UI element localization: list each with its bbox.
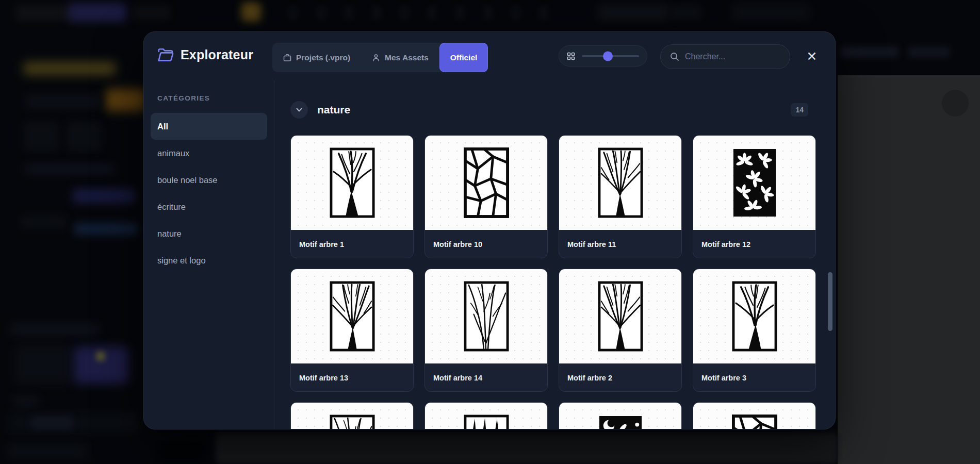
tab-bar: Projets (.vpro) Mes Assets Officiel (272, 43, 488, 72)
tab-label: Officiel (450, 53, 478, 62)
asset-thumbnail (425, 403, 547, 429)
modal-header: Explorateur Projets (.vpro) Mes Assets O… (144, 32, 835, 80)
briefcase-icon (283, 54, 291, 62)
sidebar-item-animaux[interactable]: animaux (151, 140, 267, 167)
asset-card[interactable] (559, 402, 682, 429)
asset-label: Motif arbre 12 (701, 240, 750, 248)
tab-label: Mes Assets (385, 53, 429, 62)
asset-card[interactable] (290, 402, 414, 429)
asset-card-footer: Motif arbre 11 (559, 230, 681, 258)
asset-card[interactable]: Motif arbre 10 (424, 135, 548, 258)
asset-card[interactable]: Motif arbre 14 (424, 269, 548, 392)
asset-label: Motif arbre 14 (433, 374, 482, 382)
collapse-section-button[interactable] (290, 101, 308, 119)
asset-thumbnail (291, 269, 413, 363)
tab-label: Projets (.vpro) (296, 53, 350, 62)
search-box (660, 44, 790, 69)
search-input[interactable] (685, 52, 780, 61)
zoom-slider-track[interactable] (582, 55, 639, 57)
asset-label: Motif arbre 1 (299, 240, 344, 248)
explorer-modal: Explorateur Projets (.vpro) Mes Assets O… (143, 31, 836, 429)
zoom-slider-thumb[interactable] (603, 51, 613, 61)
asset-card[interactable]: Motif arbre 12 (693, 135, 816, 258)
person-icon (372, 54, 380, 62)
asset-thumbnail (559, 136, 681, 230)
sidebar-item--criture[interactable]: écriture (151, 193, 267, 220)
search-icon (670, 52, 679, 61)
motif-image (330, 281, 375, 352)
modal-title: Explorateur (181, 47, 253, 62)
modal-brand: Explorateur (157, 47, 253, 62)
motif-image (598, 281, 643, 352)
sidebar-item-all[interactable]: All (151, 113, 267, 140)
asset-thumbnail (693, 136, 815, 230)
asset-card-footer: Motif arbre 10 (425, 230, 547, 258)
section-count-badge: 14 (791, 103, 808, 117)
asset-browser-content: nature 14 Motif arbre 1 Motif arbre 10 M… (275, 80, 835, 429)
asset-label: Motif arbre 2 (567, 374, 612, 382)
motif-image (732, 415, 777, 429)
asset-label: Motif arbre 13 (299, 374, 348, 382)
sidebar-item-nature[interactable]: nature (151, 220, 267, 247)
section-title: nature (317, 104, 781, 116)
thumbnail-size-control (559, 45, 647, 67)
asset-thumbnail (693, 269, 815, 363)
motif-image (464, 281, 509, 352)
asset-thumbnail (291, 136, 413, 230)
motif-image (464, 415, 509, 429)
asset-card[interactable]: Motif arbre 1 (290, 135, 414, 258)
asset-thumbnail (425, 136, 547, 230)
tab-officiel[interactable]: Officiel (439, 43, 488, 72)
asset-card-footer: Motif arbre 2 (559, 363, 681, 391)
asset-thumbnail (693, 403, 815, 429)
grid-view-icon (567, 52, 575, 60)
chevron-down-icon (296, 106, 303, 113)
motif-image (330, 415, 375, 429)
scrollbar-thumb[interactable] (828, 272, 832, 331)
close-icon[interactable]: ✕ (803, 47, 821, 65)
motif-image (330, 147, 375, 218)
asset-card[interactable] (424, 402, 548, 429)
asset-card-footer: Motif arbre 13 (291, 363, 413, 391)
asset-card[interactable]: Motif arbre 13 (290, 269, 414, 392)
asset-card[interactable] (693, 402, 816, 429)
asset-thumbnail (291, 403, 413, 429)
categories-sidebar: CATÉGORIES Allanimauxboule noel baseécri… (144, 80, 274, 429)
tab-projets-vpro[interactable]: Projets (.vpro) (272, 43, 361, 72)
asset-card-footer: Motif arbre 1 (291, 230, 413, 258)
section-header-nature: nature 14 (290, 101, 808, 119)
asset-card-footer: Motif arbre 3 (693, 363, 815, 391)
asset-grid: Motif arbre 1 Motif arbre 10 Motif arbre… (290, 135, 816, 429)
asset-label: Motif arbre 10 (433, 240, 482, 248)
tab-mes-assets[interactable]: Mes Assets (361, 43, 439, 72)
motif-image (732, 281, 777, 352)
motif-image (598, 147, 643, 218)
asset-label: Motif arbre 3 (701, 374, 746, 382)
motif-image (598, 415, 643, 429)
asset-card[interactable]: Motif arbre 3 (693, 269, 816, 392)
asset-card[interactable]: Motif arbre 11 (559, 135, 682, 258)
asset-card-footer: Motif arbre 12 (693, 230, 815, 258)
motif-image (464, 147, 509, 218)
category-list: Allanimauxboule noel baseécriturenatures… (144, 113, 274, 274)
asset-thumbnail (559, 403, 681, 429)
sidebar-item-boule-noel-base[interactable]: boule noel base (151, 167, 267, 193)
asset-card-footer: Motif arbre 14 (425, 363, 547, 391)
motif-image (732, 147, 777, 218)
asset-thumbnail (425, 269, 547, 363)
asset-thumbnail (559, 269, 681, 363)
sidebar-item-signe-et-logo[interactable]: signe et logo (151, 247, 267, 274)
asset-card[interactable]: Motif arbre 2 (559, 269, 682, 392)
categories-heading: CATÉGORIES (144, 94, 274, 102)
folder-icon (157, 48, 174, 62)
asset-label: Motif arbre 11 (567, 240, 616, 248)
